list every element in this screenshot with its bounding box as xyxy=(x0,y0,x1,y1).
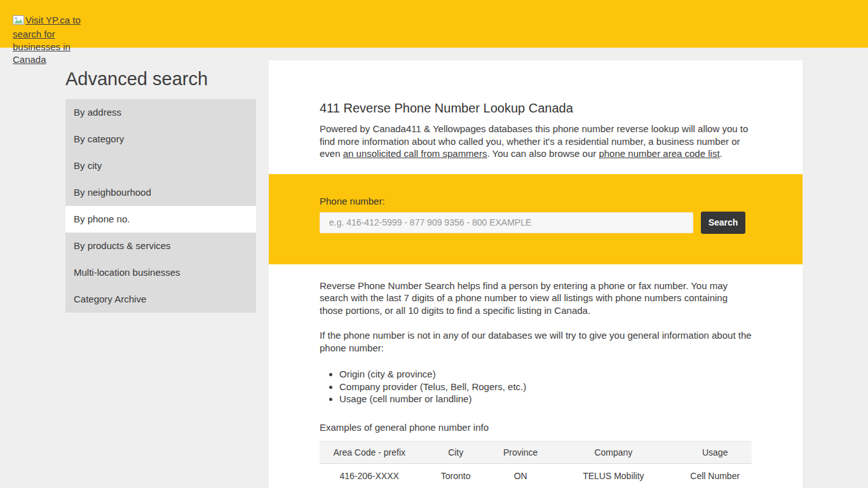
phone-number-label: Phone number: xyxy=(320,196,752,207)
sidebar-item-by-products-services[interactable]: By products & services xyxy=(65,233,256,259)
col-area-code-prefix: Area Code - prefix xyxy=(320,442,419,464)
col-province: Province xyxy=(492,442,548,464)
cell-city: Toronto xyxy=(419,464,492,488)
body-paragraph-1: Reverse Phone Number Search helps find a… xyxy=(320,280,752,317)
intro-text-2: . You can also browse our xyxy=(487,148,599,159)
phone-number-input[interactable] xyxy=(320,212,693,233)
spammers-link[interactable]: an unsolicited call from spammers xyxy=(343,148,487,159)
sidebar-item-by-category[interactable]: By category xyxy=(65,126,256,152)
bullet-origin: Origin (city & province) xyxy=(339,368,752,381)
table-row: 416-206-XXXX Toronto ON TELUS Mobility C… xyxy=(320,464,752,488)
col-city: City xyxy=(419,442,492,464)
page-title: 411 Reverse Phone Number Lookup Canada xyxy=(320,101,752,116)
table-header-row: Area Code - prefix City Province Company… xyxy=(320,442,752,464)
site-header xyxy=(0,0,868,48)
cell-usage: Cell Number xyxy=(678,464,752,488)
phone-info-table: Area Code - prefix City Province Company… xyxy=(320,441,752,488)
bullet-company-provider: Company provider (Telus, Bell, Rogers, e… xyxy=(339,381,752,393)
yp-logo-link[interactable]: Visit YP.ca to search for businesses in … xyxy=(13,14,81,66)
info-bullet-list: Origin (city & province) Company provide… xyxy=(320,368,752,405)
sidebar-item-by-neighbourhood[interactable]: By neighbourhood xyxy=(65,179,256,206)
advanced-search-title: Advanced search xyxy=(65,69,208,90)
broken-image-icon xyxy=(13,15,24,28)
intro-paragraph: Powered by Canada411 & Yellowpages datab… xyxy=(320,123,752,160)
intro-text-3: . xyxy=(720,148,722,159)
phone-lookup-box: Phone number: Search xyxy=(269,174,803,264)
sidebar-item-by-city[interactable]: By city xyxy=(65,152,256,179)
main-content-card: 411 Reverse Phone Number Lookup Canada P… xyxy=(269,60,803,488)
col-usage: Usage xyxy=(678,442,752,464)
phone-search-button[interactable]: Search xyxy=(701,212,745,234)
sidebar-item-multi-location[interactable]: Multi-location businesses xyxy=(65,259,256,286)
cell-area-code: 416-206-XXXX xyxy=(320,464,419,488)
bullet-usage: Usage (cell number or landline) xyxy=(339,393,752,405)
sidebar-item-by-address[interactable]: By address xyxy=(65,99,256,126)
advanced-search-sidebar: By address By category By city By neighb… xyxy=(65,99,256,313)
cell-company: TELUS Mobility xyxy=(548,464,678,488)
body-paragraph-2: If the phone number is not in any of our… xyxy=(320,329,752,354)
sidebar-item-category-archive[interactable]: Category Archive xyxy=(65,286,256,313)
sidebar-item-by-phone-no[interactable]: By phone no. xyxy=(65,206,256,233)
area-code-list-link[interactable]: phone number area code list xyxy=(599,148,719,159)
col-company: Company xyxy=(548,442,678,464)
cell-province: ON xyxy=(492,464,548,488)
examples-caption: Examples of general phone number info xyxy=(320,421,752,434)
